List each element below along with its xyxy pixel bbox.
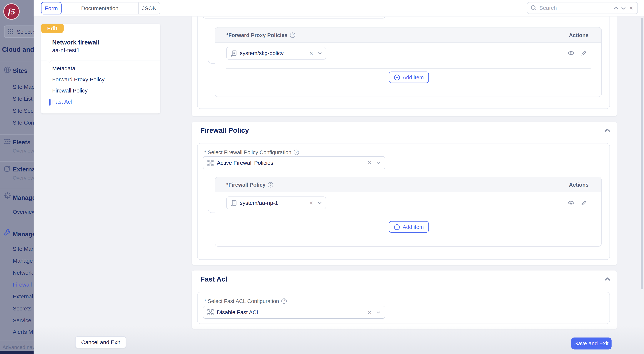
sidebar: f5 Select s Cloud and Sites Site Map Sit… [0, 0, 34, 354]
table-title: *Firewall Policy ? [226, 181, 273, 188]
search-input[interactable] [539, 5, 608, 11]
question-icon[interactable]: ? [290, 32, 295, 38]
field-label-text: * Select Fast ACL Configuration [204, 298, 279, 304]
edit-badge: Edit [41, 24, 64, 33]
sidebar-item-external-overview[interactable]: Overview [13, 175, 34, 181]
policy-ref-select[interactable]: system/aa-np-1 ✕ [226, 196, 326, 209]
collapse-icon[interactable] [604, 277, 610, 281]
tree-connector [208, 169, 215, 213]
question-icon[interactable]: ? [294, 150, 299, 155]
table-header: *Forward Proxy Policies ? Actions [215, 28, 601, 43]
save-and-exit-button[interactable]: Save and Exit [571, 337, 612, 349]
sidebar-item-site-connectivity[interactable]: Site Con [13, 120, 34, 126]
sidebar-item-managed-overview[interactable]: Overview [13, 209, 34, 215]
form-nav-item-fast-acl[interactable]: Fast Acl [52, 99, 72, 105]
sidebar-item-manage[interactable]: Manage [13, 258, 33, 264]
chevron-down-icon[interactable] [318, 52, 322, 55]
sidebar-divider [0, 62, 34, 62]
active-item-bar [49, 99, 50, 106]
search-separator [611, 5, 611, 11]
chevron-down-icon[interactable] [376, 311, 381, 314]
sidebar-item-firewall[interactable]: Firewall [13, 281, 32, 288]
wrench-icon [3, 228, 12, 237]
tab-form[interactable]: Form [41, 2, 62, 15]
view-icon[interactable] [568, 50, 574, 56]
clear-icon[interactable]: ✕ [308, 200, 314, 206]
fast-acl-config-select[interactable]: Disable Fast ACL ✕ [203, 306, 385, 319]
tab-json[interactable]: JSON [138, 3, 160, 14]
sidebar-item-fleets-overview[interactable]: Overview [13, 148, 34, 154]
section-fast-acl: Fast Acl * Select Fast ACL Configuration… [192, 271, 617, 329]
sidebar-section-heading: Cloud and [2, 46, 34, 53]
edit-icon[interactable] [581, 200, 587, 206]
table-header: *Firewall Policy ? Actions [215, 177, 601, 192]
workflow-icon [208, 160, 214, 166]
sidebar-group-managed-k8s[interactable]: Manage [13, 194, 34, 201]
form-nav-notch [46, 58, 52, 63]
sidebar-item-networking[interactable]: Network [13, 270, 33, 276]
collapse-icon[interactable] [604, 128, 610, 132]
sidebar-group-manage[interactable]: Manage [13, 231, 34, 238]
sidebar-bottom-strip [0, 351, 34, 354]
sidebar-item-alerts-management[interactable]: Alerts M [13, 329, 33, 335]
sidebar-divider [0, 222, 34, 222]
tab-documentation[interactable]: Documentation [61, 3, 138, 14]
sidebar-divider [0, 161, 34, 161]
table-body: system/aa-np-1 ✕ [215, 192, 601, 247]
chevron-down-icon[interactable] [318, 201, 322, 204]
clear-icon[interactable]: ✕ [366, 160, 373, 166]
fleets-icon [3, 137, 12, 146]
form-nav-item-firewall-policy[interactable]: Firewall Policy [52, 88, 88, 94]
search-box: ✕ [527, 2, 638, 14]
document-plus-icon [230, 50, 237, 56]
add-item-button[interactable]: Add item [389, 72, 429, 83]
sidebar-group-sites[interactable]: Sites [13, 67, 28, 74]
select-service-button[interactable]: Select s [4, 26, 34, 38]
add-item-button[interactable]: Add item [389, 221, 429, 233]
field-label: * Select Firewall Policy Configuration ? [204, 149, 299, 155]
table-title-text: *Forward Proxy Policies [226, 32, 287, 38]
helm-wheel-icon [3, 192, 12, 200]
sidebar-item-service[interactable]: Service [13, 317, 31, 323]
edit-icon[interactable] [581, 50, 587, 56]
f5-logo[interactable]: f5 [3, 3, 20, 20]
chevron-down-icon[interactable] [376, 161, 381, 164]
form-nav-item-metadata[interactable]: Metadata [52, 66, 75, 72]
form-title: Network firewall [52, 39, 100, 46]
chevron-up-icon[interactable] [614, 6, 619, 10]
sidebar-divider [0, 134, 34, 135]
view-icon[interactable] [568, 200, 574, 206]
sidebar-item-external[interactable]: External [13, 293, 33, 300]
table-body: system/skg-policy ✕ [215, 43, 601, 97]
sidebar-item-site-list[interactable]: Site List [13, 96, 32, 102]
policy-ref-select[interactable]: system/skg-policy ✕ [226, 47, 326, 60]
sidebar-item-site-map[interactable]: Site Map [13, 84, 34, 90]
select-value: system/skg-policy [240, 50, 305, 56]
cancel-and-exit-button[interactable]: Cancel and Exit [75, 336, 126, 348]
sidebar-group-fleets[interactable]: Fleets [13, 138, 30, 146]
form-nav-item-forward-proxy-policy[interactable]: Forward Proxy Policy [52, 77, 104, 83]
chevron-down-icon[interactable] [621, 6, 626, 10]
question-icon[interactable]: ? [268, 182, 273, 187]
advanced-nav-toggle[interactable]: Advanced nav [2, 344, 34, 350]
clear-icon[interactable]: ✕ [308, 51, 314, 56]
row-divider [226, 68, 590, 69]
workflow-icon [208, 309, 214, 315]
close-icon[interactable]: ✕ [628, 5, 634, 11]
section-forward-proxy-policy: *Forward Proxy Policies ? Actions system… [192, 3, 617, 116]
sidebar-group-external[interactable]: Externa [13, 166, 34, 173]
tree-connector [208, 19, 215, 64]
clear-icon[interactable]: ✕ [366, 309, 373, 315]
sidebar-item-secrets[interactable]: Secrets [13, 305, 32, 311]
question-icon[interactable]: ? [282, 298, 287, 304]
sidebar-item-site-security[interactable]: Site Secu [13, 108, 34, 114]
select-service-label: Select s [17, 29, 34, 35]
view-tabs: Form Documentation JSON [41, 2, 160, 15]
sidebar-item-site-management[interactable]: Site Man [13, 246, 34, 252]
row-divider [226, 218, 590, 218]
section-title: Fast Acl [200, 275, 227, 283]
firewall-policy-config-select[interactable]: Active Firewall Policies ✕ [203, 156, 385, 169]
section-firewall-policy: Firewall Policy * Select Firewall Policy… [192, 122, 617, 265]
select-value: system/aa-np-1 [240, 200, 305, 206]
vertical-scrollbar[interactable] [641, 18, 643, 289]
